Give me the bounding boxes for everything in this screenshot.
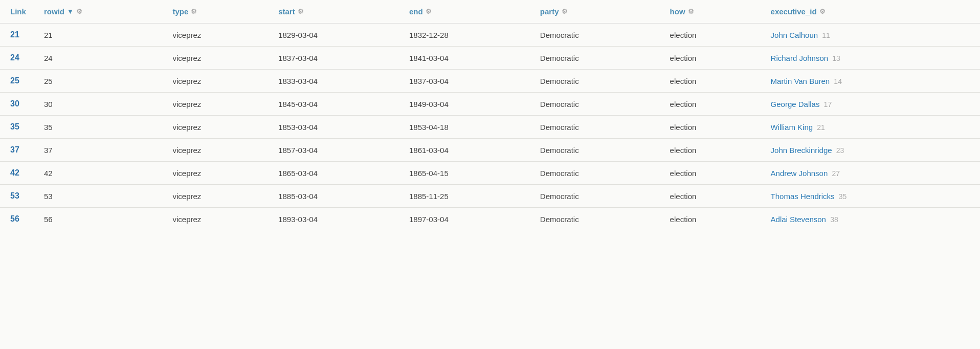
cell-executive-id: John Calhoun 11 <box>763 24 980 47</box>
cell-link[interactable]: 37 <box>0 139 36 162</box>
col-how[interactable]: how ⚙ <box>662 0 763 24</box>
cell-party: Democratic <box>532 116 662 139</box>
col-start[interactable]: start ⚙ <box>270 0 401 24</box>
exec-name-link[interactable]: Richard Johnson <box>771 54 829 62</box>
cell-link[interactable]: 56 <box>0 208 36 231</box>
cell-link[interactable]: 21 <box>0 24 36 47</box>
cell-rowid: 35 <box>36 116 164 139</box>
cell-link[interactable]: 35 <box>0 116 36 139</box>
cell-type: viceprez <box>164 70 270 93</box>
col-party[interactable]: party ⚙ <box>532 0 662 24</box>
cell-how: election <box>662 116 763 139</box>
cell-party: Democratic <box>532 208 662 231</box>
cell-type: viceprez <box>164 185 270 208</box>
cell-rowid: 37 <box>36 139 164 162</box>
cell-end: 1853-04-18 <box>401 116 532 139</box>
cell-link[interactable]: 24 <box>0 47 36 70</box>
row-link[interactable]: 35 <box>10 122 19 131</box>
cell-start: 1857-03-04 <box>270 139 401 162</box>
cell-how: election <box>662 47 763 70</box>
cell-end: 1861-03-04 <box>401 139 532 162</box>
exec-id-number: 23 <box>836 146 844 155</box>
col-rowid-label: rowid <box>44 7 64 16</box>
table-row: 24 24 viceprez 1837-03-04 1841-03-04 Dem… <box>0 47 980 70</box>
exec-id-number: 35 <box>839 192 847 201</box>
cell-how: election <box>662 139 763 162</box>
cell-how: election <box>662 93 763 116</box>
col-rowid[interactable]: rowid ▼ ⚙ <box>36 0 164 24</box>
cell-executive-id: William King 21 <box>763 116 980 139</box>
cell-executive-id: George Dallas 17 <box>763 93 980 116</box>
cell-type: viceprez <box>164 47 270 70</box>
exec-name-link[interactable]: Adlai Stevenson <box>771 215 826 224</box>
exec-name-link[interactable]: Martin Van Buren <box>771 77 830 85</box>
cell-party: Democratic <box>532 185 662 208</box>
header-row: Link rowid ▼ ⚙ type ⚙ <box>0 0 980 24</box>
cell-rowid: 53 <box>36 185 164 208</box>
exec-id-number: 38 <box>830 215 838 224</box>
col-start-label: start <box>278 7 295 16</box>
data-table: Link rowid ▼ ⚙ type ⚙ <box>0 0 980 230</box>
cell-rowid: 24 <box>36 47 164 70</box>
cell-link[interactable]: 53 <box>0 185 36 208</box>
cell-link[interactable]: 42 <box>0 162 36 185</box>
cell-rowid: 42 <box>36 162 164 185</box>
cell-type: viceprez <box>164 139 270 162</box>
col-type-label: type <box>172 7 188 16</box>
exec-name-link[interactable]: John Breckinridge <box>771 146 832 155</box>
exec-id-number: 11 <box>822 31 830 39</box>
row-link[interactable]: 25 <box>10 76 19 85</box>
how-gear-icon[interactable]: ⚙ <box>688 8 694 15</box>
table-row: 21 21 viceprez 1829-03-04 1832-12-28 Dem… <box>0 24 980 47</box>
cell-executive-id: Martin Van Buren 14 <box>763 70 980 93</box>
table-body: 21 21 viceprez 1829-03-04 1832-12-28 Dem… <box>0 24 980 231</box>
table-header: Link rowid ▼ ⚙ type ⚙ <box>0 0 980 24</box>
cell-rowid: 56 <box>36 208 164 231</box>
col-end[interactable]: end ⚙ <box>401 0 532 24</box>
cell-link[interactable]: 25 <box>0 70 36 93</box>
exec-name-link[interactable]: Thomas Hendricks <box>771 192 835 201</box>
exec-name-link[interactable]: John Calhoun <box>771 31 818 39</box>
exec-name-link[interactable]: Andrew Johnson <box>771 169 828 178</box>
cell-start: 1865-03-04 <box>270 162 401 185</box>
type-gear-icon[interactable]: ⚙ <box>191 8 197 15</box>
row-link[interactable]: 56 <box>10 214 19 223</box>
table-row: 35 35 viceprez 1853-03-04 1853-04-18 Dem… <box>0 116 980 139</box>
row-link[interactable]: 21 <box>10 30 19 39</box>
row-link[interactable]: 42 <box>10 168 19 177</box>
sort-desc-icon[interactable]: ▼ <box>67 8 74 15</box>
party-gear-icon[interactable]: ⚙ <box>562 8 568 15</box>
table-container: Link rowid ▼ ⚙ type ⚙ <box>0 0 980 349</box>
row-link[interactable]: 53 <box>10 191 19 200</box>
cell-how: election <box>662 70 763 93</box>
start-gear-icon[interactable]: ⚙ <box>298 8 304 15</box>
cell-party: Democratic <box>532 139 662 162</box>
col-executive-id[interactable]: executive_id ⚙ <box>763 0 980 24</box>
col-how-label: how <box>670 7 685 16</box>
col-type[interactable]: type ⚙ <box>164 0 270 24</box>
row-link[interactable]: 37 <box>10 145 19 154</box>
cell-start: 1845-03-04 <box>270 93 401 116</box>
cell-party: Democratic <box>532 47 662 70</box>
executive-id-gear-icon[interactable]: ⚙ <box>819 8 826 15</box>
rowid-gear-icon[interactable]: ⚙ <box>76 8 82 15</box>
cell-type: viceprez <box>164 162 270 185</box>
cell-executive-id: Andrew Johnson 27 <box>763 162 980 185</box>
end-gear-icon[interactable]: ⚙ <box>426 8 432 15</box>
cell-party: Democratic <box>532 24 662 47</box>
cell-type: viceprez <box>164 24 270 47</box>
table-row: 25 25 viceprez 1833-03-04 1837-03-04 Dem… <box>0 70 980 93</box>
cell-party: Democratic <box>532 93 662 116</box>
table-row: 37 37 viceprez 1857-03-04 1861-03-04 Dem… <box>0 139 980 162</box>
cell-executive-id: Thomas Hendricks 35 <box>763 185 980 208</box>
cell-end: 1897-03-04 <box>401 208 532 231</box>
exec-name-link[interactable]: George Dallas <box>771 100 820 108</box>
row-link[interactable]: 24 <box>10 53 19 62</box>
cell-type: viceprez <box>164 93 270 116</box>
exec-name-link[interactable]: William King <box>771 123 813 132</box>
cell-link[interactable]: 30 <box>0 93 36 116</box>
col-executive-id-label: executive_id <box>771 7 817 16</box>
col-end-label: end <box>409 7 423 16</box>
row-link[interactable]: 30 <box>10 99 19 108</box>
exec-id-number: 21 <box>817 123 825 132</box>
